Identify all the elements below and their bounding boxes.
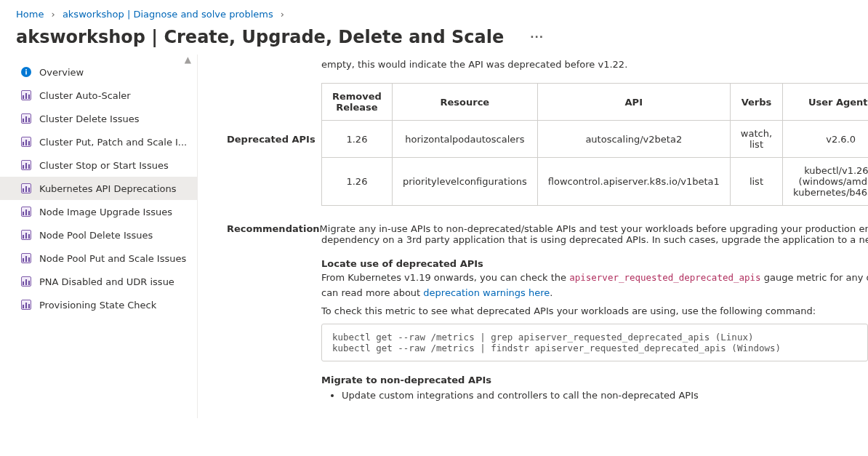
sidebar-item-node-image-upgrade-issues[interactable]: Node Image Upgrade Issues [0, 200, 197, 223]
sidebar-item-label: Cluster Delete Issues [39, 113, 140, 124]
barchart-icon [20, 159, 32, 171]
deprecated-apis-label: Deprecated APIs [227, 83, 321, 145]
cell-verbs: list [730, 158, 782, 206]
breadcrumb-diagnose[interactable]: aksworkshop | Diagnose and solve problem… [63, 9, 273, 20]
cell-api: flowcontrol.apiserver.k8s.io/v1beta1 [537, 158, 730, 206]
table-header: User Agents [783, 84, 868, 121]
content-area: empty, this would indicate the API was d… [198, 55, 868, 418]
locate-paragraph-2: can read more about deprecation warnings… [321, 287, 868, 298]
table-header: Removed Release [322, 84, 393, 121]
locate-paragraph-1: From Kubernetes v1.19 onwards, you can c… [321, 272, 868, 283]
deprecation-warnings-link[interactable]: deprecation warnings here [423, 287, 550, 298]
sidebar-item-cluster-auto-scaler[interactable]: Cluster Auto-Scaler [0, 84, 197, 107]
barchart-icon [20, 136, 32, 148]
metric-code: apiserver_requested_deprecated_apis [569, 272, 760, 283]
sidebar-item-provisioning-state-check[interactable]: Provisioning State Check [0, 293, 197, 316]
sidebar-item-label: PNA Disabled and UDR issue [39, 276, 174, 287]
deprecated-apis-table: Removed Release Resource API Verbs User … [321, 83, 868, 206]
recommendation-text-line2: dependency on a 3rd party application th… [321, 234, 868, 245]
table-row: 1.26 horizontalpodautoscalers autoscalin… [322, 121, 869, 158]
svg-rect-1 [25, 71, 27, 75]
sidebar-item-label: Node Image Upgrade Issues [39, 207, 172, 217]
cell-verbs: watch, list [730, 121, 782, 158]
intro-text: empty, this would indicate the API was d… [321, 59, 868, 70]
barchart-icon [20, 113, 32, 124]
sidebar-item-node-pool-delete-issues[interactable]: Node Pool Delete Issues [0, 223, 197, 247]
table-header: Resource [392, 84, 537, 121]
sidebar-item-label: Cluster Put, Patch and Scale I... [39, 137, 187, 148]
cell-user-agents: v2.6.0 [783, 121, 868, 158]
chevron-right-icon: › [47, 9, 60, 20]
breadcrumb: Home › aksworkshop | Diagnose and solve … [0, 0, 868, 23]
barchart-icon [20, 276, 32, 287]
sidebar-item-label: Kubernetes API Deprecations [39, 183, 177, 194]
barchart-icon [20, 252, 32, 264]
cell-removed-release: 1.26 [322, 121, 393, 158]
migrate-heading: Migrate to non-deprecated APIs [321, 375, 868, 385]
cell-user-agents: kubectl/v1.26.0 (windows/amd64) kubernet… [783, 158, 868, 206]
barchart-icon [20, 89, 32, 101]
sidebar-item-node-pool-put-and-scale-issues[interactable]: Node Pool Put and Scale Issues [0, 247, 197, 270]
sidebar-item-label: Overview [39, 67, 84, 78]
barchart-icon [20, 183, 32, 194]
table-header: API [537, 84, 730, 121]
sidebar-item-cluster-delete-issues[interactable]: Cluster Delete Issues [0, 107, 197, 130]
sidebar-item-label: Node Pool Delete Issues [39, 230, 153, 241]
recommendation-label: Recommendation [227, 223, 320, 234]
list-item: Update custom integrations and controlle… [342, 390, 868, 401]
locate-paragraph-3: To check this metric to see what depreca… [321, 305, 868, 316]
sidebar-item-pna-disabled-and-udr-issue[interactable]: PNA Disabled and UDR issue [0, 270, 197, 293]
code-block[interactable]: kubectl get --raw /metrics | grep apiser… [321, 324, 868, 361]
sidebar-item-cluster-put-patch-and-scale-i[interactable]: Cluster Put, Patch and Scale I... [0, 130, 197, 153]
more-actions-button[interactable]: ··· [527, 30, 547, 44]
migrate-list: Update custom integrations and controlle… [342, 390, 868, 401]
sidebar-item-cluster-stop-or-start-issues[interactable]: Cluster Stop or Start Issues [0, 153, 197, 177]
chevron-up-icon[interactable]: ▲ [185, 55, 191, 65]
sidebar: ▲ Overview Cluster Auto-ScalerCluster De… [0, 55, 198, 418]
sidebar-item-label: Cluster Stop or Start Issues [39, 160, 169, 171]
chevron-right-icon: › [276, 9, 289, 20]
barchart-icon [20, 229, 32, 241]
svg-rect-2 [25, 69, 27, 71]
barchart-icon [20, 206, 32, 217]
cell-api: autoscaling/v2beta2 [537, 121, 730, 158]
table-row: 1.26 prioritylevelconfigurations flowcon… [322, 158, 869, 206]
sidebar-item-label: Cluster Auto-Scaler [39, 90, 131, 101]
sidebar-item-kubernetes-api-deprecations[interactable]: Kubernetes API Deprecations [0, 177, 197, 200]
sidebar-item-overview[interactable]: Overview [0, 60, 197, 84]
cell-resource: prioritylevelconfigurations [392, 158, 537, 206]
locate-heading: Locate use of deprecated APIs [321, 258, 868, 269]
breadcrumb-home[interactable]: Home [16, 9, 44, 20]
recommendation-text: Migrate any in-use APIs to non-deprecate… [320, 223, 868, 234]
barchart-icon [20, 299, 32, 311]
info-icon [20, 66, 32, 78]
cell-removed-release: 1.26 [322, 158, 393, 206]
page-title: aksworkshop | Create, Upgrade, Delete an… [16, 27, 504, 47]
cell-resource: horizontalpodautoscalers [392, 121, 537, 158]
sidebar-item-label: Node Pool Put and Scale Issues [39, 253, 186, 264]
sidebar-item-label: Provisioning State Check [39, 300, 156, 311]
table-header: Verbs [730, 84, 782, 121]
